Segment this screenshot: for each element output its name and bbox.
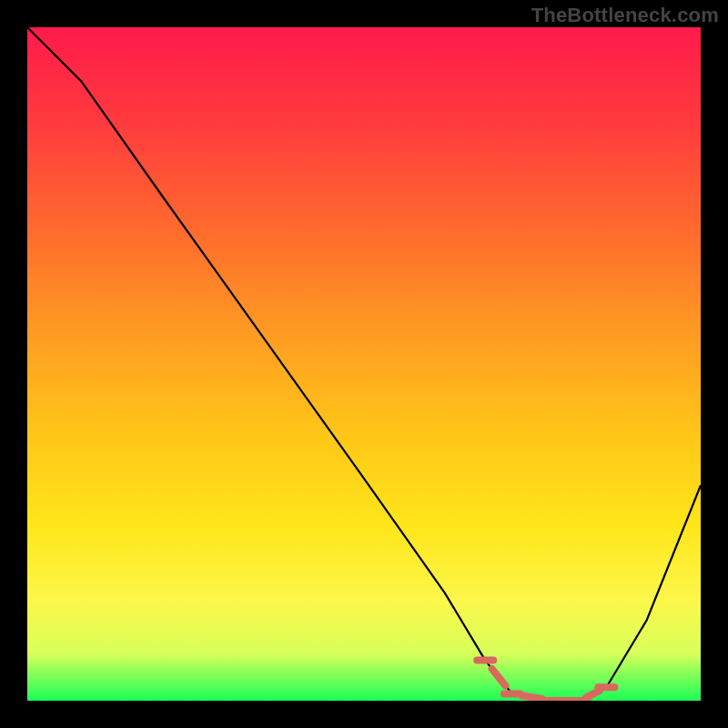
watermark-text: TheBottleneck.com — [531, 4, 719, 27]
plot-area — [27, 27, 701, 701]
bottleneck-curve — [27, 27, 701, 701]
chart-root: TheBottleneck.com — [0, 0, 728, 728]
